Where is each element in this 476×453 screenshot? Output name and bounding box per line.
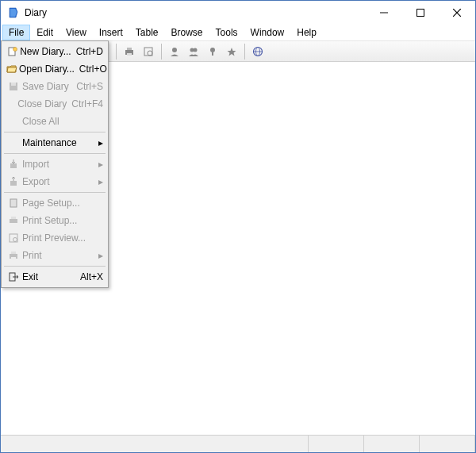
menuitem-label: Close Diary: [16, 98, 67, 109]
menuitem-new-diary[interactable]: New Diary... Ctrl+D: [3, 43, 106, 60]
toolbar-sep: [116, 44, 117, 60]
svg-rect-29: [11, 251, 16, 254]
menuitem-close-diary: Close Diary Ctrl+F4: [3, 95, 106, 113]
menu-view-label: View: [66, 27, 86, 38]
menuitem-maintenance[interactable]: Maintenance ▸: [3, 134, 106, 152]
toolbar-globe-icon[interactable]: [249, 43, 267, 60]
menuitem-accel: Ctrl+F4: [67, 98, 103, 109]
menu-browse[interactable]: Browse: [165, 25, 209, 40]
status-cell: [1, 436, 309, 452]
menuitem-open-diary[interactable]: Open Diary... Ctrl+O: [3, 60, 106, 78]
svg-point-12: [210, 48, 215, 52]
menuitem-import: Import ▸: [3, 155, 106, 173]
toolbar-sep: [244, 44, 245, 60]
submenu-arrow-icon: ▸: [95, 250, 103, 261]
svg-rect-30: [11, 257, 16, 259]
menuitem-print-preview: Print Preview...: [3, 229, 106, 247]
menu-window[interactable]: Window: [244, 25, 291, 40]
toolbar-print-icon[interactable]: [121, 43, 138, 60]
new-diary-icon: [6, 46, 18, 57]
app-window: Diary File Edit View Insert Table Browse…: [0, 0, 476, 453]
status-cell: [364, 436, 420, 452]
status-cell: [420, 436, 475, 452]
titlebar: Diary: [1, 1, 475, 25]
menuitem-page-setup: Page Setup...: [3, 194, 106, 212]
svg-rect-6: [127, 53, 132, 56]
svg-rect-25: [11, 217, 16, 219]
svg-rect-21: [10, 163, 17, 168]
menuitem-label: Save Diary: [21, 81, 71, 92]
menuitem-close-all: Close All: [3, 113, 106, 130]
menuitem-save-diary: Save Diary Ctrl+S: [3, 78, 106, 95]
svg-point-27: [13, 238, 17, 242]
menuitem-exit[interactable]: Exit Alt+X: [3, 268, 106, 286]
menu-help[interactable]: Help: [290, 25, 323, 40]
toolbar-tree-icon[interactable]: [204, 43, 221, 60]
menu-tools[interactable]: Tools: [209, 25, 244, 40]
menubar: File Edit View Insert Table Browse Tools…: [1, 25, 475, 41]
svg-rect-22: [10, 181, 17, 186]
menu-sep: [4, 192, 106, 193]
print-preview-icon: [6, 232, 21, 244]
close-button[interactable]: [439, 1, 475, 25]
menu-window-label: Window: [251, 27, 285, 38]
toolbar-sep: [161, 44, 162, 60]
export-icon: [6, 176, 21, 187]
menuitem-accel: Ctrl+S: [71, 81, 103, 92]
svg-point-18: [13, 48, 17, 52]
menu-browse-label: Browse: [171, 27, 203, 38]
menuitem-label: Exit: [21, 271, 75, 282]
submenu-arrow-icon: ▸: [95, 137, 103, 148]
svg-rect-20: [11, 83, 16, 86]
menuitem-label: Print: [21, 250, 95, 261]
menuitem-label: New Diary...: [18, 46, 71, 57]
file-dropdown: New Diary... Ctrl+D Open Diary... Ctrl+O…: [1, 40, 109, 288]
menu-help-label: Help: [297, 27, 317, 38]
menu-view[interactable]: View: [60, 25, 93, 40]
menu-sep: [4, 132, 106, 132]
menu-insert-label: Insert: [99, 27, 123, 38]
svg-rect-13: [212, 52, 213, 56]
menuitem-export: Export ▸: [3, 173, 106, 190]
menu-file[interactable]: File: [2, 25, 30, 40]
toolbar-users-icon[interactable]: [185, 43, 202, 60]
menuitem-label: Import: [21, 159, 95, 170]
menuitem-label: Export: [21, 176, 95, 187]
status-cell: [309, 436, 364, 452]
menuitem-print-setup: Print Setup...: [3, 212, 106, 229]
window-title: Diary: [25, 7, 366, 18]
svg-point-8: [148, 51, 152, 56]
toolbar-favorite-icon[interactable]: [223, 43, 240, 60]
submenu-arrow-icon: ▸: [95, 159, 103, 170]
submenu-arrow-icon: ▸: [95, 176, 103, 187]
menuitem-label: Page Setup...: [21, 198, 103, 209]
menuitem-label: Print Setup...: [21, 215, 103, 226]
menuitem-label: Maintenance: [21, 137, 95, 148]
toolbar-user-icon[interactable]: [166, 43, 183, 60]
menu-tools-label: Tools: [216, 27, 238, 38]
menuitem-label: Print Preview...: [21, 232, 103, 244]
menuitem-print: Print ▸: [3, 247, 106, 264]
menuitem-label: Open Diary...: [17, 63, 75, 75]
app-icon: [7, 6, 20, 19]
toolbar-preview-icon[interactable]: [140, 43, 157, 60]
svg-rect-23: [10, 199, 17, 207]
page-setup-icon: [6, 198, 21, 209]
menu-sep: [4, 266, 106, 267]
statusbar: [1, 435, 475, 452]
maximize-button[interactable]: [402, 1, 439, 25]
print-setup-icon: [6, 215, 21, 226]
menuitem-accel: Ctrl+D: [71, 46, 103, 57]
menu-edit[interactable]: Edit: [30, 25, 60, 40]
menu-table-label: Table: [136, 27, 159, 38]
menu-file-label: File: [9, 27, 24, 38]
import-icon: [6, 159, 21, 170]
menuitem-accel: Alt+X: [75, 271, 103, 282]
minimize-button[interactable]: [366, 1, 402, 25]
menu-table[interactable]: Table: [129, 25, 165, 40]
save-icon: [6, 81, 21, 92]
svg-rect-1: [417, 10, 424, 17]
open-diary-icon: [6, 63, 17, 75]
menu-insert[interactable]: Insert: [93, 25, 129, 40]
exit-icon: [6, 271, 21, 282]
